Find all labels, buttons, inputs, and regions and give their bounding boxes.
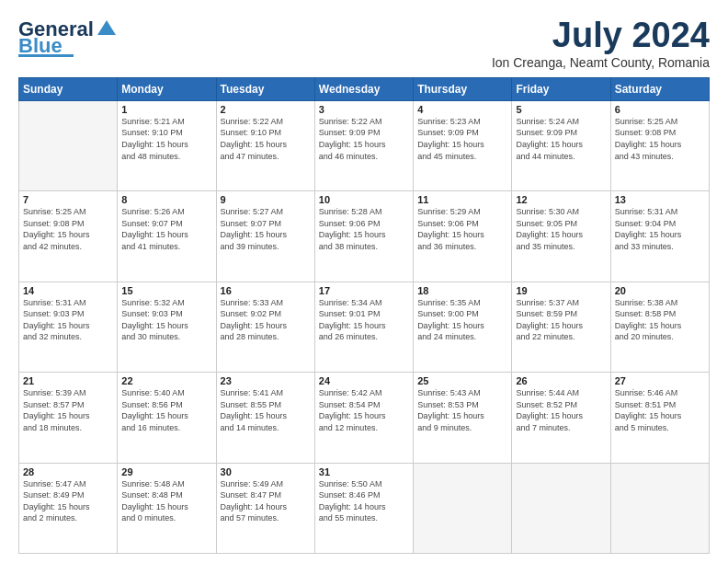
calendar-cell: 28Sunrise: 5:47 AM Sunset: 8:49 PM Dayli… [19,463,118,553]
calendar-cell: 31Sunrise: 5:50 AM Sunset: 8:46 PM Dayli… [314,463,413,553]
calendar-cell: 22Sunrise: 5:40 AM Sunset: 8:56 PM Dayli… [118,373,216,463]
day-info: Sunrise: 5:31 AM Sunset: 9:03 PM Dayligh… [23,297,113,343]
calendar-cell: 12Sunrise: 5:30 AM Sunset: 9:05 PM Dayli… [512,191,610,282]
day-number: 15 [121,285,211,296]
calendar-cell: 23Sunrise: 5:41 AM Sunset: 8:55 PM Dayli… [216,373,314,463]
day-info: Sunrise: 5:23 AM Sunset: 9:09 PM Dayligh… [417,116,507,162]
day-number: 5 [516,104,606,115]
calendar-cell: 15Sunrise: 5:32 AM Sunset: 9:03 PM Dayli… [118,282,216,372]
col-tuesday: Tuesday [216,77,314,100]
calendar-cell: 9Sunrise: 5:27 AM Sunset: 9:07 PM Daylig… [216,191,314,282]
week-row-4: 21Sunrise: 5:39 AM Sunset: 8:57 PM Dayli… [19,373,710,463]
day-number: 6 [615,104,705,115]
day-number: 2 [221,104,311,115]
col-saturday: Saturday [610,77,709,100]
calendar-cell: 25Sunrise: 5:43 AM Sunset: 8:53 PM Dayli… [414,373,512,463]
day-number: 17 [319,285,409,296]
col-monday: Monday [118,77,216,100]
day-number: 19 [516,285,606,296]
day-info: Sunrise: 5:48 AM Sunset: 8:48 PM Dayligh… [121,478,211,524]
title-block: July 2024 Ion Creanga, Neamt County, Rom… [492,17,710,70]
day-number: 9 [221,194,311,205]
col-wednesday: Wednesday [314,77,413,100]
day-info: Sunrise: 5:24 AM Sunset: 9:09 PM Dayligh… [516,116,606,162]
calendar-cell: 5Sunrise: 5:24 AM Sunset: 9:09 PM Daylig… [512,100,610,190]
calendar-cell [512,463,610,553]
calendar-cell: 1Sunrise: 5:21 AM Sunset: 9:10 PM Daylig… [118,100,216,190]
day-info: Sunrise: 5:22 AM Sunset: 9:10 PM Dayligh… [221,116,311,162]
calendar-cell [414,463,512,553]
calendar-cell: 8Sunrise: 5:26 AM Sunset: 9:07 PM Daylig… [118,191,216,282]
day-number: 10 [319,194,409,205]
day-number: 29 [121,466,211,477]
day-number: 20 [615,285,705,296]
day-number: 24 [319,375,409,386]
day-info: Sunrise: 5:37 AM Sunset: 8:59 PM Dayligh… [516,297,606,343]
day-number: 23 [221,375,311,386]
logo-icon [94,17,119,42]
day-info: Sunrise: 5:38 AM Sunset: 8:58 PM Dayligh… [615,297,705,343]
day-info: Sunrise: 5:40 AM Sunset: 8:56 PM Dayligh… [121,387,211,433]
day-info: Sunrise: 5:25 AM Sunset: 9:08 PM Dayligh… [615,116,705,162]
calendar-cell [19,100,118,190]
calendar-cell: 19Sunrise: 5:37 AM Sunset: 8:59 PM Dayli… [512,282,610,372]
day-number: 13 [615,194,705,205]
day-number: 30 [221,466,311,477]
page: General Blue July 2024 Ion Creanga, Neam… [0,0,728,563]
week-row-1: 1Sunrise: 5:21 AM Sunset: 9:10 PM Daylig… [19,100,710,190]
day-number: 21 [23,375,113,386]
day-number: 14 [23,285,113,296]
day-number: 3 [319,104,409,115]
day-info: Sunrise: 5:28 AM Sunset: 9:06 PM Dayligh… [319,206,409,252]
day-number: 27 [615,375,705,386]
day-info: Sunrise: 5:31 AM Sunset: 9:04 PM Dayligh… [615,206,705,252]
day-number: 7 [23,194,113,205]
day-info: Sunrise: 5:21 AM Sunset: 9:10 PM Dayligh… [121,116,211,162]
calendar-cell: 16Sunrise: 5:33 AM Sunset: 9:02 PM Dayli… [216,282,314,372]
calendar-cell: 3Sunrise: 5:22 AM Sunset: 9:09 PM Daylig… [314,100,413,190]
day-info: Sunrise: 5:39 AM Sunset: 8:57 PM Dayligh… [23,387,113,433]
col-sunday: Sunday [19,77,118,100]
day-info: Sunrise: 5:44 AM Sunset: 8:52 PM Dayligh… [516,387,606,433]
day-info: Sunrise: 5:33 AM Sunset: 9:02 PM Dayligh… [221,297,311,343]
day-number: 25 [417,375,507,386]
calendar-cell: 6Sunrise: 5:25 AM Sunset: 9:08 PM Daylig… [610,100,709,190]
week-row-3: 14Sunrise: 5:31 AM Sunset: 9:03 PM Dayli… [19,282,710,372]
svg-marker-0 [97,20,116,35]
day-info: Sunrise: 5:42 AM Sunset: 8:54 PM Dayligh… [319,387,409,433]
calendar-cell: 14Sunrise: 5:31 AM Sunset: 9:03 PM Dayli… [19,282,118,372]
day-info: Sunrise: 5:32 AM Sunset: 9:03 PM Dayligh… [121,297,211,343]
day-info: Sunrise: 5:41 AM Sunset: 8:55 PM Dayligh… [221,387,311,433]
calendar-title: July 2024 [492,17,710,55]
calendar-cell: 2Sunrise: 5:22 AM Sunset: 9:10 PM Daylig… [216,100,314,190]
calendar-cell: 11Sunrise: 5:29 AM Sunset: 9:06 PM Dayli… [414,191,512,282]
day-number: 26 [516,375,606,386]
week-row-2: 7Sunrise: 5:25 AM Sunset: 9:08 PM Daylig… [19,191,710,282]
day-info: Sunrise: 5:27 AM Sunset: 9:07 PM Dayligh… [221,206,311,252]
day-number: 18 [417,285,507,296]
header-row: Sunday Monday Tuesday Wednesday Thursday… [19,77,710,100]
logo-underline [18,54,74,57]
calendar-cell: 10Sunrise: 5:28 AM Sunset: 9:06 PM Dayli… [314,191,413,282]
calendar-cell: 30Sunrise: 5:49 AM Sunset: 8:47 PM Dayli… [216,463,314,553]
day-info: Sunrise: 5:46 AM Sunset: 8:51 PM Dayligh… [615,387,705,433]
calendar-cell: 13Sunrise: 5:31 AM Sunset: 9:04 PM Dayli… [610,191,709,282]
day-info: Sunrise: 5:43 AM Sunset: 8:53 PM Dayligh… [417,387,507,433]
calendar-subtitle: Ion Creanga, Neamt County, Romania [492,55,710,70]
calendar-cell: 18Sunrise: 5:35 AM Sunset: 9:00 PM Dayli… [414,282,512,372]
day-number: 8 [121,194,211,205]
col-thursday: Thursday [414,77,512,100]
calendar-cell: 26Sunrise: 5:44 AM Sunset: 8:52 PM Dayli… [512,373,610,463]
calendar-table: Sunday Monday Tuesday Wednesday Thursday… [18,77,710,554]
day-number: 22 [121,375,211,386]
calendar-cell: 27Sunrise: 5:46 AM Sunset: 8:51 PM Dayli… [610,373,709,463]
col-friday: Friday [512,77,610,100]
calendar-cell: 21Sunrise: 5:39 AM Sunset: 8:57 PM Dayli… [19,373,118,463]
calendar-cell: 4Sunrise: 5:23 AM Sunset: 9:09 PM Daylig… [414,100,512,190]
day-info: Sunrise: 5:26 AM Sunset: 9:07 PM Dayligh… [121,206,211,252]
day-info: Sunrise: 5:50 AM Sunset: 8:46 PM Dayligh… [319,478,409,524]
calendar-cell: 17Sunrise: 5:34 AM Sunset: 9:01 PM Dayli… [314,282,413,372]
day-info: Sunrise: 5:35 AM Sunset: 9:00 PM Dayligh… [417,297,507,343]
calendar-cell: 29Sunrise: 5:48 AM Sunset: 8:48 PM Dayli… [118,463,216,553]
calendar-cell [610,463,709,553]
